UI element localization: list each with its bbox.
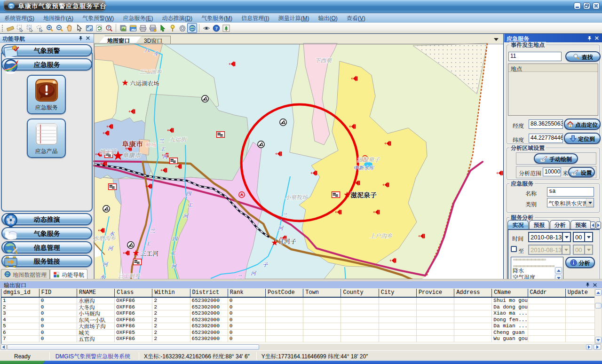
cell-Town[interactable]	[303, 336, 341, 342]
cell-City[interactable]	[379, 297, 416, 304]
cell-dmgis_id[interactable]: 2	[1, 304, 39, 310]
column-header-City[interactable]: City	[379, 289, 416, 297]
column-header-CName[interactable]: CName	[492, 289, 528, 297]
pointer-icon[interactable]	[74, 23, 84, 33]
cell-FID[interactable]: 0	[39, 336, 77, 342]
nav-group-emergency-service[interactable]: 应急服务	[1, 58, 92, 71]
menu-item-O[interactable]: 输出(O)	[317, 13, 338, 23]
cell-dmgis_id[interactable]: 5	[1, 323, 39, 330]
cell-Town[interactable]	[303, 317, 341, 323]
cell-Provice[interactable]	[416, 297, 454, 304]
cell-Town[interactable]	[303, 323, 341, 330]
column-header-Provice[interactable]: Provice	[416, 289, 454, 297]
cell-Provice[interactable]	[416, 336, 454, 342]
cell-Update[interactable]	[565, 329, 594, 336]
cell-Address[interactable]	[454, 336, 492, 342]
analysis-tab-1[interactable]: 预报	[529, 220, 549, 229]
cell-Update[interactable]	[565, 336, 594, 342]
cell-Town[interactable]	[303, 329, 341, 336]
menu-item-V[interactable]: 查看(V)	[346, 13, 366, 23]
cell-CAddr[interactable]	[528, 323, 565, 330]
select-move-icon[interactable]	[25, 23, 35, 33]
combo-dropdown-button[interactable]	[586, 198, 594, 207]
windows-taskbar[interactable]	[0, 361, 602, 364]
cell-RNAME[interactable]: 五官沟	[77, 336, 114, 342]
cell-CAddr[interactable]	[528, 336, 565, 342]
search-button[interactable]: 查找	[565, 51, 601, 62]
cell-City[interactable]	[379, 310, 416, 317]
cell-Within[interactable]: 2	[152, 297, 190, 304]
cell-CName[interactable]: Wu guan gou	[492, 336, 528, 342]
cell-Rank[interactable]: 0	[228, 317, 265, 323]
camp-marker[interactable]	[258, 141, 264, 148]
pan-hand-icon[interactable]	[64, 23, 74, 33]
tab-scroll-right[interactable]	[596, 222, 601, 229]
date-to-combo[interactable]: 2010-08-13	[528, 245, 570, 255]
menu-item-I[interactable]: 信息管理(I)	[241, 13, 269, 23]
nav-group-weather-service[interactable]: 气象服务	[1, 227, 92, 239]
column-header-CAddr[interactable]: CAddr	[528, 289, 565, 297]
column-header-Within[interactable]: Within	[152, 289, 190, 297]
cell-CName[interactable]: Da dong gou	[492, 304, 528, 310]
cell-FID[interactable]: 0	[39, 297, 77, 304]
station-flag-marker[interactable]	[133, 259, 141, 265]
cell-Provice[interactable]	[416, 323, 454, 330]
date-combo[interactable]: 2010-08-13	[528, 232, 571, 242]
manual-draw-button[interactable]: 手动绘制	[534, 153, 578, 164]
close-button[interactable]	[593, 2, 600, 9]
column-header-Address[interactable]: Address	[454, 289, 492, 297]
cell-City[interactable]	[379, 329, 416, 336]
locate-to-button[interactable]: 定位到	[564, 133, 601, 144]
menu-item-W[interactable]: 气象预警(W)	[82, 13, 114, 23]
event-search-input[interactable]: 11	[508, 52, 562, 61]
cell-Provice[interactable]	[416, 329, 454, 336]
output-pin-icon[interactable]	[584, 282, 591, 288]
menu-item-M[interactable]: 测量计算(M)	[277, 13, 309, 23]
date-dropdown-button[interactable]	[562, 233, 570, 241]
cell-dmgis_id[interactable]: 3	[1, 310, 39, 317]
column-header-County[interactable]: County	[341, 289, 379, 297]
output-close-icon[interactable]	[591, 282, 598, 288]
cell-County[interactable]	[341, 317, 379, 323]
analysis-tab-3[interactable]: 预案	[570, 220, 591, 229]
cell-District[interactable]: 652302000	[190, 323, 228, 330]
cell-dmgis_id[interactable]: 6	[1, 329, 39, 336]
cell-FID[interactable]: 0	[39, 310, 77, 317]
hour-combo[interactable]: 00	[573, 232, 593, 242]
cell-CName[interactable]: Xiao ma ...	[492, 310, 528, 317]
column-header-FID[interactable]: FID	[39, 289, 77, 297]
cell-Update[interactable]	[565, 323, 594, 330]
longitude-input[interactable]: 88.36255063	[529, 119, 563, 129]
nav-group-weather-warning[interactable]: 气象预警	[1, 44, 92, 56]
print-icon[interactable]	[138, 23, 148, 33]
cell-County[interactable]	[341, 323, 379, 330]
eye-visibility-icon[interactable]	[201, 23, 211, 33]
cell-District[interactable]: 652302000	[190, 297, 228, 304]
cell-Class[interactable]: OXFF86	[115, 310, 152, 317]
globe-network-icon[interactable]	[187, 23, 197, 33]
table-corner-button[interactable]	[594, 344, 601, 350]
cell-Town[interactable]	[303, 304, 341, 310]
cell-Rank[interactable]: 0	[228, 323, 265, 330]
analyze-button[interactable]: 分析	[565, 257, 595, 268]
menu-item-E[interactable]: 应急服务(E)	[122, 13, 153, 23]
cell-Within[interactable]: 2	[152, 336, 190, 342]
cell-Class[interactable]: OXFF85	[115, 329, 152, 336]
column-header-District[interactable]: District	[190, 289, 228, 297]
station-flag-marker[interactable]	[169, 158, 177, 164]
cell-Class[interactable]: OXFF86	[115, 297, 152, 304]
cell-PostCode[interactable]	[266, 304, 303, 310]
cell-RNAME[interactable]: 小马厩沟	[77, 310, 114, 317]
cell-Rank[interactable]: 0	[228, 336, 265, 342]
cell-Rank[interactable]: 0	[228, 297, 265, 304]
start-button-edge[interactable]	[0, 361, 45, 364]
camp-marker[interactable]	[103, 206, 110, 212]
refresh-icon[interactable]	[94, 23, 104, 33]
zoom-in-icon[interactable]	[45, 23, 55, 33]
cell-CAddr[interactable]	[528, 329, 565, 336]
map-view[interactable]: 八斗六运湖农场三工河乡下西泉九运街阜康市阜康市城关镇种场水磨沟乡三工河乡三工河甘…	[95, 44, 503, 279]
table-hscroll-thumb[interactable]	[7, 344, 259, 350]
cell-County[interactable]	[341, 336, 379, 342]
analysis-range-input[interactable]: 10000	[543, 167, 561, 176]
cell-County[interactable]	[341, 304, 379, 310]
